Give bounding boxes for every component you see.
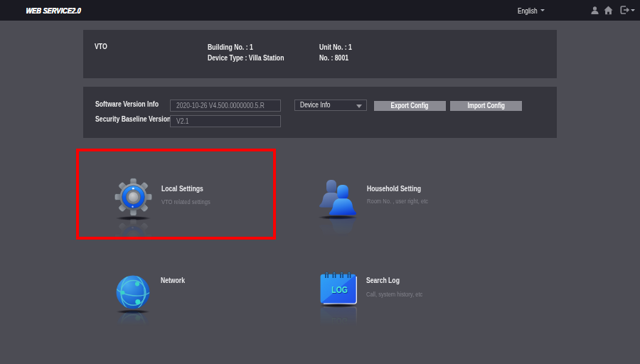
svg-text:LOG: LOG — [331, 285, 348, 295]
